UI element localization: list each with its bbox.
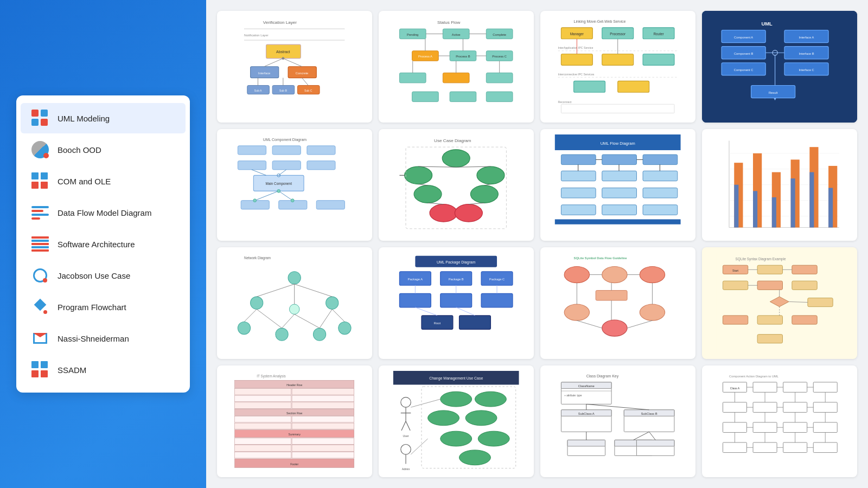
diagram-card-5[interactable]: UML Component Diagram Main Component [217, 129, 372, 241]
diagram-card-7[interactable]: UML Flow Diagram [540, 129, 695, 241]
svg-rect-92 [307, 146, 335, 155]
diagram-card-14[interactable]: Change Management Use Case User Admin [379, 365, 534, 477]
svg-rect-320 [814, 422, 838, 433]
svg-point-277 [465, 410, 497, 426]
svg-point-165 [288, 272, 301, 284]
svg-rect-161 [791, 178, 795, 227]
svg-text:Status Flow: Status Flow [437, 20, 461, 25]
svg-line-104 [279, 191, 292, 201]
svg-point-178 [290, 304, 300, 314]
svg-rect-42 [412, 92, 439, 102]
diagram-card-12[interactable]: SQLite Syntax Diagram Example Start [702, 247, 857, 359]
svg-rect-95 [307, 161, 335, 170]
svg-point-112 [477, 166, 505, 184]
svg-text:Concrete: Concrete [296, 72, 308, 75]
diagram-preview-15: Class Diagram Key ClassName + attribute:… [540, 365, 695, 477]
svg-text:Component Action Diagram to UM: Component Action Diagram to UML [729, 375, 779, 378]
svg-line-216 [627, 321, 652, 329]
sidebar-item-label: Software Architecture [58, 240, 135, 249]
svg-rect-224 [757, 281, 782, 290]
diagram-card-3[interactable]: Linking Move-Get-Web Service Manager Pro… [540, 11, 695, 123]
sidebar-item-jacobson-use-case[interactable]: Jacobson Use Case [21, 260, 186, 291]
sidebar-item-uml-modeling[interactable]: UML Modeling [21, 103, 186, 133]
svg-rect-205 [596, 291, 627, 301]
svg-text:Linking Move-Get-Web Service: Linking Move-Get-Web Service [574, 20, 626, 24]
svg-rect-60 [602, 54, 634, 66]
diagram-card-13[interactable]: IT System Analysis Header Row Section Ro… [217, 365, 372, 477]
svg-rect-160 [772, 197, 776, 228]
svg-rect-136 [561, 205, 596, 215]
diagram-card-15[interactable]: Class Diagram Key ClassName + attribute:… [540, 365, 695, 477]
diagram-preview-5: UML Component Diagram Main Component [217, 129, 372, 241]
svg-point-110 [442, 150, 470, 167]
diagram-card-9[interactable]: Network Diagram [217, 247, 372, 359]
svg-text:Footer: Footer [290, 463, 298, 466]
svg-rect-127 [561, 155, 596, 165]
svg-rect-246 [292, 402, 354, 409]
svg-point-279 [478, 432, 510, 447]
diagram-card-2[interactable]: Status Flow Pending Active Complete Proc… [379, 11, 534, 123]
svg-text:Interface B: Interface B [799, 52, 814, 55]
svg-text:InterApplication IPC Service: InterApplication IPC Service [558, 47, 593, 50]
sidebar-item-data-flow-model-diagram[interactable]: Data Flow Model Diagram [21, 197, 186, 228]
sidebar-item-nassi-shneiderman[interactable]: Nassi-Shneiderman [21, 323, 186, 354]
diagram-preview-11: SQLite Symbol Data Flow Guideline [540, 247, 695, 359]
svg-text:Interface C: Interface C [799, 68, 814, 72]
svg-rect-315 [783, 402, 807, 413]
svg-rect-230 [792, 316, 817, 324]
svg-rect-133 [561, 188, 596, 198]
svg-text:SubClass A: SubClass A [578, 412, 595, 415]
diagram-card-1[interactable]: Verification Layer Notification Layer Ab… [217, 11, 372, 123]
svg-point-207 [640, 304, 665, 320]
svg-text:Pending: Pending [407, 33, 418, 36]
diagram-card-8[interactable] [702, 129, 857, 241]
svg-point-275 [475, 392, 507, 407]
sidebar-item-program-flowchart[interactable]: Program Flowchart [21, 292, 186, 322]
svg-text:Sub A: Sub A [254, 89, 262, 92]
diagram-preview-3: Linking Move-Get-Web Service Manager Pro… [540, 11, 695, 123]
svg-rect-318 [753, 422, 777, 433]
svg-rect-229 [757, 316, 782, 324]
svg-rect-192 [481, 294, 513, 307]
sidebar-item-ssadm[interactable]: SSADM [21, 355, 186, 385]
sidebar-item-booch-ood[interactable]: Booch OOD [21, 134, 186, 165]
svg-rect-191 [441, 294, 472, 307]
svg-point-204 [640, 267, 665, 283]
diagram-card-16[interactable]: Component Action Diagram to UML Class A [702, 365, 857, 477]
sidebar-item-com-and-ole[interactable]: COM and OLE [21, 166, 186, 196]
diagram-card-11[interactable]: SQLite Symbol Data Flow Guideline [540, 247, 695, 359]
svg-line-200 [456, 307, 475, 316]
software-architecture-icon [30, 234, 50, 254]
svg-point-12 [282, 57, 285, 60]
svg-rect-313 [723, 402, 747, 413]
sidebar-item-software-architecture[interactable]: Software Architecture [21, 229, 186, 259]
svg-rect-91 [272, 146, 301, 155]
svg-point-116 [455, 204, 483, 222]
svg-line-122 [428, 203, 444, 204]
diagram-preview-4: UML Component A Component B Component C … [702, 11, 857, 123]
svg-text:+ attribute: type: + attribute: type [565, 395, 582, 397]
svg-text:Package C: Package C [489, 278, 505, 281]
uml-modeling-icon [30, 108, 50, 128]
diagram-preview-7: UML Flow Diagram [540, 129, 695, 241]
svg-rect-44 [487, 92, 513, 102]
svg-point-113 [414, 185, 442, 203]
svg-point-276 [428, 410, 459, 426]
svg-line-282 [411, 439, 428, 454]
svg-rect-303 [637, 440, 674, 447]
diagram-card-10[interactable]: UML Package Diagram Package A Package B … [379, 247, 534, 359]
svg-rect-90 [238, 146, 266, 155]
diagram-card-6[interactable]: Use Case Diagram [379, 129, 534, 241]
svg-text:Interconnective IPC Services: Interconnective IPC Services [558, 73, 595, 76]
svg-rect-251 [235, 423, 291, 430]
svg-text:Component B: Component B [734, 52, 753, 55]
svg-text:Root: Root [434, 322, 441, 325]
svg-text:UML Component Diagram: UML Component Diagram [263, 138, 307, 142]
svg-rect-144 [555, 220, 681, 224]
svg-text:Interface: Interface [258, 72, 271, 75]
diagram-preview-13: IT System Analysis Header Row Section Ro… [217, 365, 372, 477]
diagram-card-4[interactable]: UML Component A Component B Component C … [702, 11, 857, 123]
svg-line-215 [577, 321, 602, 329]
svg-rect-244 [292, 396, 354, 402]
svg-rect-221 [757, 266, 782, 274]
